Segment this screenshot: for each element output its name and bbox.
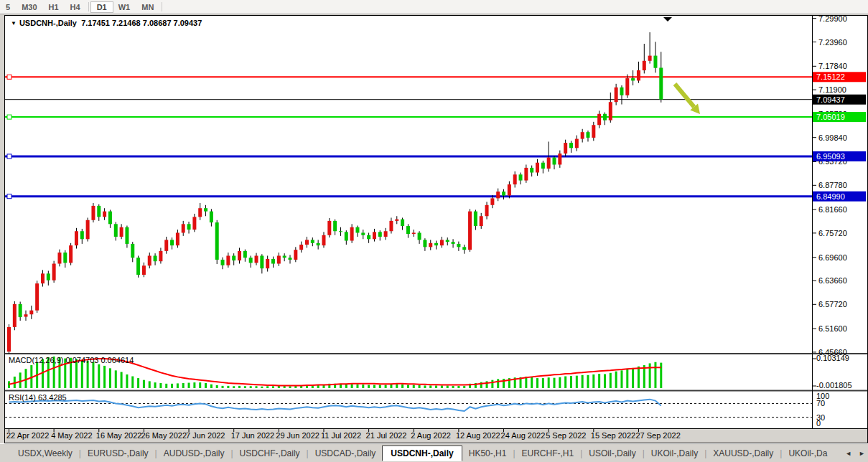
chart-symbol-label: USDCNH-,Daily xyxy=(19,19,77,27)
hline-handle[interactable] xyxy=(7,194,11,199)
svg-text:27 Sep 2022: 27 Sep 2022 xyxy=(635,431,680,440)
tab-xauusd-daily[interactable]: XAUUSD-,Daily xyxy=(706,448,780,458)
svg-text:6.63660: 6.63660 xyxy=(818,276,847,285)
svg-text:6.51600: 6.51600 xyxy=(818,324,847,333)
svg-text:16 May 2022: 16 May 2022 xyxy=(96,431,142,440)
tab-eurusd-daily[interactable]: EURUSD-,Daily xyxy=(81,448,155,458)
toolbar-separator xyxy=(88,2,89,11)
svg-text:6.57720: 6.57720 xyxy=(818,300,847,308)
svg-text:6.75720: 6.75720 xyxy=(818,229,847,237)
tab-scroll-arrows: ◄ ► xyxy=(845,444,865,462)
toolbar-separator xyxy=(162,2,162,11)
svg-text:6.84990: 6.84990 xyxy=(816,192,845,201)
svg-text:-0.001805: -0.001805 xyxy=(816,381,852,390)
timeframe-toolbar: 5M30H1H4D1W1MN xyxy=(0,0,868,14)
terminal-screen: 5M30H1H4D1W1MN 7.299007.239607.178407.11… xyxy=(0,0,868,462)
tab-ukoil-daily[interactable]: UKOil-,Daily xyxy=(645,448,704,458)
tab-usdchf-daily[interactable]: USDCHF-,Daily xyxy=(233,448,307,458)
macd-indicator-label: MACD(12,26,9) 0.074703 0.064614 xyxy=(9,356,134,364)
timeframe-button-m30[interactable]: M30 xyxy=(16,2,42,12)
svg-text:15 Sep 2022: 15 Sep 2022 xyxy=(591,431,635,440)
timeframe-button-h4[interactable]: H4 xyxy=(65,2,86,12)
chart-title: ▼USDCNH-,Daily 7.17451 7.21468 7.08687 7… xyxy=(11,19,202,27)
svg-text:11 Jul 2022: 11 Jul 2022 xyxy=(321,431,361,440)
svg-text:12 Aug 2022: 12 Aug 2022 xyxy=(456,431,500,440)
svg-text:2 Aug 2022: 2 Aug 2022 xyxy=(411,431,451,440)
svg-text:4 May 2022: 4 May 2022 xyxy=(51,431,92,440)
svg-text:70: 70 xyxy=(816,399,825,407)
svg-text:7.11900: 7.11900 xyxy=(818,85,846,94)
timeframe-button-mn[interactable]: MN xyxy=(136,2,159,12)
svg-text:29 Jun 2022: 29 Jun 2022 xyxy=(276,431,319,440)
macd-values: 0.074703 0.064614 xyxy=(65,356,134,364)
rsi-value: 63.4285 xyxy=(38,393,67,402)
tab-audusd-daily[interactable]: AUDUSD-,Daily xyxy=(157,448,231,458)
chart-canvas[interactable]: 7.299007.239607.178407.119007.057806.998… xyxy=(5,16,867,443)
svg-text:24 Aug 2022: 24 Aug 2022 xyxy=(501,431,546,440)
tab-usdcnh-daily[interactable]: USDCNH-,Daily xyxy=(382,446,462,461)
svg-text:0: 0 xyxy=(816,419,821,428)
svg-text:7.09437: 7.09437 xyxy=(816,95,845,104)
tab-eurchf-h1[interactable]: EURCHF-,H1 xyxy=(515,448,581,458)
tab-usdcad-daily[interactable]: USDCAD-,Daily xyxy=(309,448,383,458)
timeframe-button-h1[interactable]: H1 xyxy=(43,2,65,12)
svg-text:7.15122: 7.15122 xyxy=(816,72,845,81)
symbol-tab-bar: USDX,Weekly|EURUSD-,Daily|AUDUSD-,Daily|… xyxy=(0,443,868,462)
timeframe-button-5[interactable]: 5 xyxy=(0,2,16,12)
tab-hk50-h1[interactable]: HK50-,H1 xyxy=(462,448,513,458)
tab-usoil-daily[interactable]: USOil-,Daily xyxy=(582,448,642,458)
svg-text:17 Jun 2022: 17 Jun 2022 xyxy=(231,431,275,440)
svg-text:7.23960: 7.23960 xyxy=(818,38,847,47)
tab-scroll-left-icon[interactable]: ◄ xyxy=(845,450,851,457)
chart-dropdown-icon[interactable]: ▼ xyxy=(11,20,17,27)
svg-text:7.29900: 7.29900 xyxy=(818,16,847,23)
hline-handle[interactable] xyxy=(7,115,11,119)
svg-text:6.99840: 6.99840 xyxy=(818,133,847,142)
svg-text:7.17840: 7.17840 xyxy=(818,62,847,70)
tab-scroll-right-icon[interactable]: ► xyxy=(859,450,865,457)
tab-ukoil-da[interactable]: UKOil-,Da xyxy=(782,448,834,458)
svg-text:6.81660: 6.81660 xyxy=(818,205,847,214)
hline-handle[interactable] xyxy=(7,154,11,159)
svg-text:7 Jun 2022: 7 Jun 2022 xyxy=(186,431,225,440)
svg-text:22 Apr 2022: 22 Apr 2022 xyxy=(6,431,49,440)
chart-window: 7.299007.239607.178407.119007.057806.998… xyxy=(4,15,868,443)
svg-text:0.103149: 0.103149 xyxy=(816,354,849,362)
macd-name: MACD(12,26,9) xyxy=(9,356,63,364)
svg-text:21 Jul 2022: 21 Jul 2022 xyxy=(366,431,407,440)
svg-text:26 May 2022: 26 May 2022 xyxy=(141,431,187,440)
date-axis: 22 Apr 20224 May 202216 May 202226 May 2… xyxy=(6,429,681,440)
rsi-indicator-label: RSI(14) 63.4285 xyxy=(9,393,67,402)
rsi-name: RSI(14) xyxy=(9,393,36,402)
timeframe-button-d1[interactable]: D1 xyxy=(91,2,113,12)
timeframe-button-w1[interactable]: W1 xyxy=(113,2,136,12)
hline-handle[interactable] xyxy=(7,75,11,79)
svg-text:6.87780: 6.87780 xyxy=(818,181,847,189)
chart-ohlc-readout: 7.17451 7.21468 7.08687 7.09437 xyxy=(81,19,202,27)
svg-text:6.95093: 6.95093 xyxy=(816,152,845,161)
svg-text:7.05019: 7.05019 xyxy=(816,113,845,121)
svg-text:5 Sep 2022: 5 Sep 2022 xyxy=(546,431,586,440)
svg-text:6.69600: 6.69600 xyxy=(818,253,847,262)
tab-usdx-weekly[interactable]: USDX,Weekly xyxy=(11,448,79,458)
